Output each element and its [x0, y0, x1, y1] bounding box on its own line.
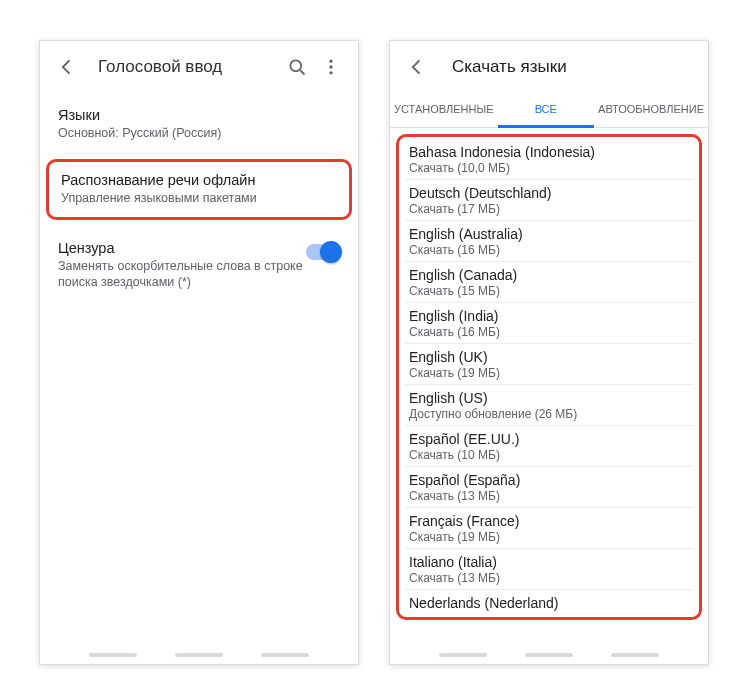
languages-sub: Основной: Русский (Россия): [58, 125, 340, 141]
tab-installed[interactable]: УСТАНОВЛЕННЫЕ: [390, 93, 498, 127]
back-icon[interactable]: [50, 50, 84, 84]
page-title: Скачать языки: [434, 57, 567, 77]
nav-indicator: [439, 653, 487, 657]
language-name: English (India): [409, 308, 689, 324]
offline-sub: Управление языковыми пакетами: [61, 190, 337, 206]
language-item[interactable]: English (Australia)Скачать (16 МБ): [405, 221, 693, 262]
language-item[interactable]: Français (France)Скачать (19 МБ): [405, 508, 693, 549]
tab-all[interactable]: ВСЕ: [498, 93, 595, 128]
language-sub: Скачать (16 МБ): [409, 243, 689, 257]
language-name: English (UK): [409, 349, 689, 365]
language-sub: Скачать (13 МБ): [409, 489, 689, 503]
language-name: Español (EE.UU.): [409, 431, 689, 447]
appbar: Голосовой ввод: [40, 41, 358, 93]
svg-point-3: [329, 71, 332, 74]
svg-point-2: [329, 65, 332, 68]
svg-point-0: [290, 60, 301, 71]
more-icon[interactable]: [314, 50, 348, 84]
appbar: Скачать языки: [390, 41, 708, 93]
search-icon[interactable]: [280, 50, 314, 84]
language-sub: Скачать (17 МБ): [409, 202, 689, 216]
language-item[interactable]: English (India)Скачать (16 МБ): [405, 303, 693, 344]
back-icon[interactable]: [400, 50, 434, 84]
language-sub: Скачать (19 МБ): [409, 530, 689, 544]
language-sub: Скачать (15 МБ): [409, 284, 689, 298]
language-name: Nederlands (Nederland): [409, 595, 689, 611]
censor-title: Цензура: [58, 240, 306, 256]
language-name: Español (España): [409, 472, 689, 488]
language-name: English (Canada): [409, 267, 689, 283]
language-item[interactable]: Deutsch (Deutschland)Скачать (17 МБ): [405, 180, 693, 221]
nav-indicator: [611, 653, 659, 657]
nav-indicator: [89, 653, 137, 657]
tabs: УСТАНОВЛЕННЫЕ ВСЕ АВТООБНОВЛЕНИЕ: [390, 93, 708, 128]
censor-toggle[interactable]: [306, 244, 340, 260]
language-sub: Скачать (13 МБ): [409, 571, 689, 585]
language-name: Français (France): [409, 513, 689, 529]
nav-indicator: [525, 653, 573, 657]
language-item[interactable]: Español (España)Скачать (13 МБ): [405, 467, 693, 508]
languages-row[interactable]: Языки Основной: Русский (Россия): [40, 93, 358, 153]
language-item[interactable]: English (US)Доступно обновление (26 МБ): [405, 385, 693, 426]
nav-indicator: [261, 653, 309, 657]
language-sub: Доступно обновление (26 МБ): [409, 407, 689, 421]
download-languages-screen: Скачать языки УСТАНОВЛЕННЫЕ ВСЕ АВТООБНО…: [389, 40, 709, 665]
censorship-row[interactable]: Цензура Заменять оскорбительные слова в …: [40, 226, 358, 305]
language-item[interactable]: English (Canada)Скачать (15 МБ): [405, 262, 693, 303]
language-item[interactable]: Nederlands (Nederland): [405, 590, 693, 615]
nav-indicator: [175, 653, 223, 657]
language-sub: Скачать (19 МБ): [409, 366, 689, 380]
languages-title: Языки: [58, 107, 340, 123]
language-name: Bahasa Indonesia (Indonesia): [409, 144, 689, 160]
nav-bar: [40, 646, 358, 664]
tab-autoupdate[interactable]: АВТООБНОВЛЕНИЕ: [594, 93, 708, 127]
language-item[interactable]: English (UK)Скачать (19 МБ): [405, 344, 693, 385]
language-item[interactable]: Español (EE.UU.)Скачать (10 МБ): [405, 426, 693, 467]
language-sub: Скачать (10,0 МБ): [409, 161, 689, 175]
offline-recognition-row[interactable]: Распознавание речи офлайн Управление язы…: [46, 159, 352, 219]
language-item[interactable]: Bahasa Indonesia (Indonesia)Скачать (10,…: [405, 139, 693, 180]
language-sub: Скачать (10 МБ): [409, 448, 689, 462]
language-item[interactable]: Italiano (Italia)Скачать (13 МБ): [405, 549, 693, 590]
offline-title: Распознавание речи офлайн: [61, 172, 337, 188]
language-name: Deutsch (Deutschland): [409, 185, 689, 201]
voice-input-screen: Голосовой ввод Языки Основной: Русский (…: [39, 40, 359, 665]
language-name: English (US): [409, 390, 689, 406]
nav-bar: [390, 646, 708, 664]
language-list: Bahasa Indonesia (Indonesia)Скачать (10,…: [396, 134, 702, 620]
language-name: English (Australia): [409, 226, 689, 242]
page-title: Голосовой ввод: [84, 57, 280, 77]
language-sub: Скачать (16 МБ): [409, 325, 689, 339]
svg-point-1: [329, 60, 332, 63]
language-name: Italiano (Italia): [409, 554, 689, 570]
censor-sub: Заменять оскорбительные слова в строке п…: [58, 258, 306, 291]
